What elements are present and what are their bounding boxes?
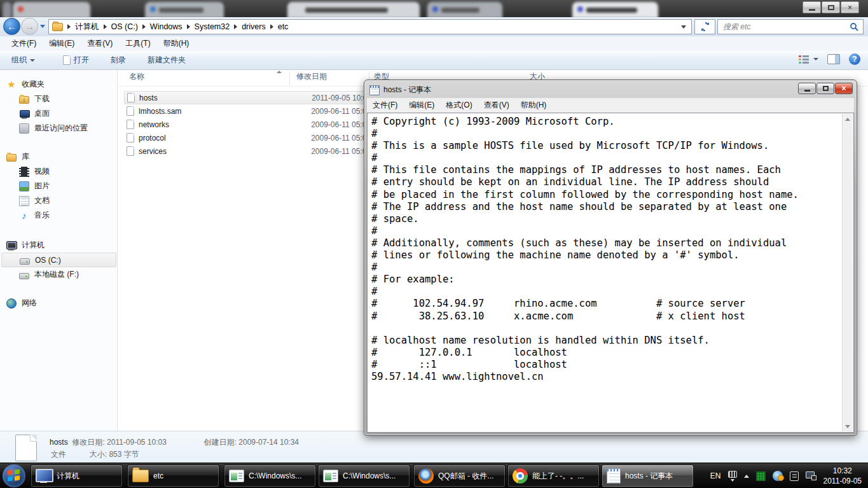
breadcrumb-segment[interactable]: System32 bbox=[195, 22, 230, 31]
desktop-screen: × ← → 计算机 OS (C:) Windows System32 drive… bbox=[0, 0, 868, 488]
folder-icon bbox=[52, 23, 63, 31]
menu-help[interactable]: 帮助(H) bbox=[157, 36, 196, 51]
taskbar-button-notepad[interactable]: hosts - 记事本 bbox=[602, 464, 694, 487]
libraries-icon bbox=[6, 154, 17, 162]
file-row-services[interactable]: services2009-06-11 05:00 bbox=[124, 144, 372, 158]
scroll-down-icon[interactable] bbox=[843, 421, 853, 431]
refresh-button[interactable] bbox=[694, 19, 715, 34]
chevron-down-icon bbox=[813, 58, 818, 60]
notepad-title: hosts - 记事本 bbox=[383, 85, 431, 95]
breadcrumb-separator-icon bbox=[187, 24, 190, 29]
menu-file[interactable]: 文件(F) bbox=[5, 36, 43, 51]
breadcrumb-segment[interactable]: Windows bbox=[150, 22, 183, 31]
search-input[interactable] bbox=[723, 22, 837, 31]
keyboard-layout-icon[interactable] bbox=[728, 471, 737, 482]
hardware-tray-icon[interactable] bbox=[790, 471, 799, 481]
refresh-icon bbox=[700, 22, 710, 32]
taskbar-button-chrome[interactable]: 能上了- -。。... bbox=[507, 464, 600, 487]
language-indicator[interactable]: EN bbox=[710, 471, 721, 480]
chrome-icon bbox=[513, 468, 528, 484]
hosts-file-content[interactable]: # Copyright (c) 1993-2009 Microsoft Corp… bbox=[371, 116, 839, 431]
breadcrumb-separator-icon bbox=[104, 24, 107, 29]
favicon-icon bbox=[432, 6, 438, 12]
sidebar-group-computer[interactable]: 计算机 bbox=[0, 238, 117, 253]
new-folder-button[interactable]: 新建文件夹 bbox=[142, 52, 191, 68]
forward-button[interactable]: → bbox=[21, 18, 38, 35]
burn-button[interactable]: 刻录 bbox=[106, 52, 131, 68]
taskbar-button-computer[interactable]: 计算机 bbox=[31, 464, 123, 487]
notepad-icon bbox=[607, 468, 621, 484]
minimize-button[interactable] bbox=[803, 1, 821, 13]
organize-button[interactable]: 组织 bbox=[6, 52, 40, 68]
close-button[interactable]: × bbox=[841, 1, 859, 13]
breadcrumb-segment[interactable]: etc bbox=[278, 22, 289, 31]
drive-f-icon bbox=[19, 273, 29, 279]
tray-app-grid-icon[interactable] bbox=[756, 471, 766, 481]
explorer-window-icon bbox=[229, 470, 244, 482]
system-tray: EN 10:32 2011-09-05 bbox=[710, 463, 868, 488]
notepad-menu-file[interactable]: 文件(F) bbox=[367, 98, 403, 113]
notepad-edit-area[interactable]: # Copyright (c) 1993-2009 Microsoft Corp… bbox=[367, 113, 854, 433]
sidebar-item-downloads[interactable]: 下载 bbox=[0, 92, 117, 106]
sidebar-item-documents[interactable]: 文档 bbox=[0, 193, 117, 208]
menu-view[interactable]: 查看(V) bbox=[81, 36, 119, 51]
clock-date: 2011-09-05 bbox=[823, 476, 862, 486]
notepad-title-bar[interactable]: hosts - 记事本 bbox=[367, 82, 854, 98]
notepad-menu-format[interactable]: 格式(O) bbox=[440, 98, 478, 113]
address-dropdown-icon[interactable] bbox=[681, 25, 686, 29]
notepad-maximize-button[interactable] bbox=[816, 83, 834, 94]
sidebar-item-disk-f[interactable]: 本地磁盘 (F:) bbox=[0, 267, 117, 282]
breadcrumb-segment[interactable]: OS (C:) bbox=[111, 22, 138, 31]
file-row-hosts[interactable]: hosts2011-09-05 10:03 bbox=[124, 91, 372, 104]
show-hidden-icons-icon[interactable] bbox=[744, 475, 749, 478]
sidebar-item-videos[interactable]: 视频 bbox=[0, 164, 117, 179]
notepad-close-button[interactable]: × bbox=[835, 83, 853, 94]
address-bar[interactable]: 计算机 OS (C:) Windows System32 drivers etc bbox=[48, 19, 692, 34]
breadcrumb-segment[interactable]: drivers bbox=[242, 22, 266, 31]
background-tab bbox=[572, 2, 658, 18]
column-header-modified[interactable]: 修改日期 bbox=[296, 71, 327, 82]
sidebar-item-music[interactable]: ♪音乐 bbox=[0, 208, 117, 223]
recent-places-icon bbox=[19, 123, 29, 134]
file-preview-icon bbox=[15, 435, 37, 461]
menu-edit[interactable]: 编辑(E) bbox=[43, 36, 81, 51]
sidebar-group-network[interactable]: 网络 bbox=[0, 296, 117, 310]
column-header-name[interactable]: 名称 bbox=[129, 71, 144, 82]
scroll-up-icon[interactable] bbox=[843, 114, 853, 124]
clock[interactable]: 10:32 2011-09-05 bbox=[823, 466, 862, 486]
network-tray-icon[interactable] bbox=[806, 471, 816, 480]
qq-tray-icon[interactable] bbox=[773, 471, 783, 481]
sidebar-item-os-c[interactable]: OS (C:) bbox=[1, 253, 116, 267]
file-row-networks[interactable]: networks2009-06-11 05:00 bbox=[124, 118, 372, 131]
menu-tools[interactable]: 工具(T) bbox=[119, 36, 156, 51]
breadcrumb-segment[interactable]: 计算机 bbox=[75, 22, 99, 32]
history-dropdown-icon[interactable] bbox=[40, 25, 45, 28]
star-icon: ★ bbox=[6, 80, 17, 90]
taskbar-button-etc-folder[interactable]: etc bbox=[127, 464, 219, 487]
background-browser-tabs: × bbox=[0, 0, 868, 17]
notepad-menu-view[interactable]: 查看(V) bbox=[478, 98, 515, 113]
help-icon[interactable]: ? bbox=[849, 53, 860, 65]
sidebar-group-libraries[interactable]: 库 bbox=[0, 150, 117, 164]
open-button[interactable]: 打开 bbox=[58, 52, 94, 68]
file-row-protocol[interactable]: protocol2009-06-11 05:00 bbox=[124, 131, 372, 144]
sidebar-group-favorites[interactable]: ★收藏夹 bbox=[0, 77, 117, 92]
preview-pane-icon[interactable] bbox=[827, 54, 840, 64]
sidebar-item-pictures[interactable]: 图片 bbox=[0, 179, 117, 193]
start-button[interactable] bbox=[3, 464, 25, 487]
taskbar-button-explorer-2[interactable]: C:\Windows\s... bbox=[318, 464, 410, 487]
notepad-menu-help[interactable]: 帮助(H) bbox=[515, 98, 553, 113]
sidebar-item-recent-places[interactable]: 最近访问的位置 bbox=[0, 121, 117, 136]
notepad-minimize-button[interactable] bbox=[798, 83, 816, 94]
change-view-button[interactable] bbox=[798, 54, 818, 64]
notepad-scrollbar[interactable] bbox=[842, 114, 853, 431]
taskbar-button-explorer-1[interactable]: C:\Windows\s... bbox=[224, 464, 316, 487]
search-icon[interactable] bbox=[850, 22, 859, 32]
taskbar-button-firefox[interactable]: QQ邮箱 - 收件... bbox=[413, 464, 506, 487]
file-row-lmhosts[interactable]: lmhosts.sam2009-06-11 05:00 bbox=[124, 104, 372, 118]
navigation-pane: ★收藏夹 下载 桌面 最近访问的位置 库 视频 图片 文档 ♪音乐 计算机 OS… bbox=[0, 70, 118, 431]
maximize-button[interactable] bbox=[822, 1, 840, 13]
notepad-menu-edit[interactable]: 编辑(E) bbox=[403, 98, 440, 113]
back-button[interactable]: ← bbox=[3, 18, 20, 35]
sidebar-item-desktop[interactable]: 桌面 bbox=[0, 106, 117, 121]
